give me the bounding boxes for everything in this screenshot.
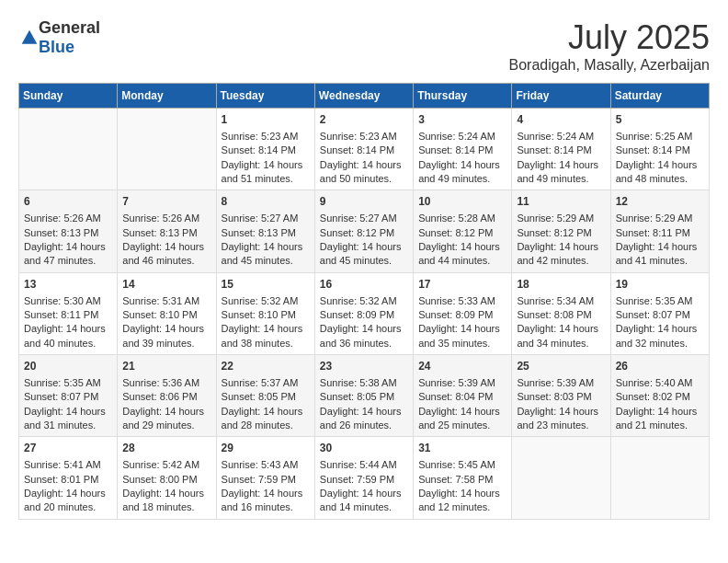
day-number: 30 [320, 441, 408, 456]
sunset-text: Sunset: 8:01 PM [24, 474, 98, 485]
calendar-cell: 26Sunrise: 5:40 AMSunset: 8:02 PMDayligh… [610, 355, 709, 437]
sunset-text: Sunset: 8:13 PM [122, 227, 197, 238]
day-number: 9 [320, 194, 408, 210]
sunrise-text: Sunrise: 5:35 AM [616, 295, 693, 306]
weekday-header-thursday: Thursday [414, 84, 512, 109]
calendar-table: SundayMondayTuesdayWednesdayThursdayFrid… [18, 83, 710, 520]
daylight-text: Daylight: 14 hours and 28 minutes. [222, 406, 303, 431]
calendar-cell [610, 437, 709, 519]
daylight-text: Daylight: 14 hours and 40 minutes. [24, 323, 106, 348]
day-number: 4 [517, 112, 605, 128]
day-number: 26 [616, 359, 704, 374]
sunrise-text: Sunrise: 5:44 AM [320, 459, 397, 470]
day-number: 12 [616, 194, 704, 210]
daylight-text: Daylight: 14 hours and 50 minutes. [320, 159, 402, 184]
sunrise-text: Sunrise: 5:40 AM [616, 377, 693, 388]
calendar-cell: 31Sunrise: 5:45 AMSunset: 7:58 PMDayligh… [414, 437, 512, 519]
weekday-header-saturday: Saturday [610, 84, 709, 109]
sunrise-text: Sunrise: 5:43 AM [222, 459, 299, 470]
day-number: 5 [616, 112, 704, 128]
sunrise-text: Sunrise: 5:41 AM [24, 459, 101, 470]
calendar-week-2: 6Sunrise: 5:26 AMSunset: 8:13 PMDaylight… [19, 190, 710, 272]
sunrise-text: Sunrise: 5:27 AM [320, 213, 397, 224]
svg-marker-0 [22, 30, 38, 44]
daylight-text: Daylight: 14 hours and 49 minutes. [418, 159, 500, 184]
calendar-cell: 15Sunrise: 5:32 AMSunset: 8:10 PMDayligh… [216, 272, 314, 354]
calendar-cell: 27Sunrise: 5:41 AMSunset: 8:01 PMDayligh… [19, 437, 118, 519]
calendar-cell [19, 109, 118, 190]
weekday-header-monday: Monday [118, 84, 216, 109]
sunset-text: Sunset: 8:14 PM [517, 144, 591, 155]
logo-text-general: General [39, 18, 100, 37]
day-number: 23 [320, 359, 408, 374]
calendar-cell: 25Sunrise: 5:39 AMSunset: 8:03 PMDayligh… [512, 355, 610, 437]
calendar-cell: 3Sunrise: 5:24 AMSunset: 8:14 PMDaylight… [414, 109, 512, 190]
sunset-text: Sunset: 8:09 PM [320, 309, 394, 320]
calendar-cell: 21Sunrise: 5:36 AMSunset: 8:06 PMDayligh… [118, 355, 216, 437]
weekday-header-sunday: Sunday [19, 84, 118, 109]
calendar-cell: 10Sunrise: 5:28 AMSunset: 8:12 PMDayligh… [414, 190, 512, 272]
daylight-text: Daylight: 14 hours and 23 minutes. [517, 406, 598, 431]
logo-text-blue: Blue [39, 38, 74, 56]
sunset-text: Sunset: 8:05 PM [222, 391, 296, 402]
calendar-cell [512, 437, 610, 519]
sunset-text: Sunset: 8:11 PM [24, 309, 98, 320]
day-number: 20 [24, 359, 112, 374]
calendar-cell: 17Sunrise: 5:33 AMSunset: 8:09 PMDayligh… [414, 272, 512, 354]
page-header: General Blue July 2025 Boradigah, Masall… [18, 18, 710, 74]
day-number: 21 [122, 359, 210, 374]
sunrise-text: Sunrise: 5:23 AM [320, 131, 397, 142]
calendar-cell: 24Sunrise: 5:39 AMSunset: 8:04 PMDayligh… [414, 355, 512, 437]
sunrise-text: Sunrise: 5:35 AM [24, 377, 101, 388]
day-number: 27 [24, 441, 112, 456]
daylight-text: Daylight: 14 hours and 46 minutes. [122, 241, 204, 266]
calendar-cell: 22Sunrise: 5:37 AMSunset: 8:05 PMDayligh… [216, 355, 314, 437]
daylight-text: Daylight: 14 hours and 18 minutes. [122, 488, 204, 512]
sunset-text: Sunset: 8:10 PM [122, 309, 197, 320]
sunrise-text: Sunrise: 5:26 AM [24, 213, 101, 224]
daylight-text: Daylight: 14 hours and 47 minutes. [24, 241, 106, 266]
sunset-text: Sunset: 8:08 PM [517, 309, 591, 320]
calendar-cell: 29Sunrise: 5:43 AMSunset: 7:59 PMDayligh… [216, 437, 314, 519]
sunset-text: Sunset: 7:59 PM [320, 474, 394, 485]
daylight-text: Daylight: 14 hours and 36 minutes. [320, 323, 402, 348]
sunrise-text: Sunrise: 5:42 AM [122, 459, 199, 470]
sunrise-text: Sunrise: 5:36 AM [122, 377, 199, 388]
calendar-week-1: 1Sunrise: 5:23 AMSunset: 8:14 PMDaylight… [19, 109, 710, 190]
daylight-text: Daylight: 14 hours and 34 minutes. [517, 323, 598, 348]
sunrise-text: Sunrise: 5:29 AM [616, 213, 693, 224]
sunset-text: Sunset: 8:13 PM [222, 227, 296, 238]
sunset-text: Sunset: 8:11 PM [616, 227, 690, 238]
sunset-text: Sunset: 8:04 PM [418, 391, 493, 402]
calendar-cell: 8Sunrise: 5:27 AMSunset: 8:13 PMDaylight… [216, 190, 314, 272]
sunset-text: Sunset: 8:12 PM [517, 227, 591, 238]
weekday-header-tuesday: Tuesday [216, 84, 314, 109]
day-number: 14 [122, 277, 210, 293]
sunrise-text: Sunrise: 5:34 AM [517, 295, 594, 306]
sunset-text: Sunset: 8:14 PM [320, 144, 394, 155]
day-number: 31 [418, 441, 506, 456]
calendar-cell: 14Sunrise: 5:31 AMSunset: 8:10 PMDayligh… [118, 272, 216, 354]
calendar-cell: 16Sunrise: 5:32 AMSunset: 8:09 PMDayligh… [314, 272, 413, 354]
daylight-text: Daylight: 14 hours and 14 minutes. [320, 488, 402, 512]
day-number: 25 [517, 359, 605, 374]
calendar-cell: 7Sunrise: 5:26 AMSunset: 8:13 PMDaylight… [118, 190, 216, 272]
sunrise-text: Sunrise: 5:29 AM [517, 213, 594, 224]
calendar-cell: 11Sunrise: 5:29 AMSunset: 8:12 PMDayligh… [512, 190, 610, 272]
sunrise-text: Sunrise: 5:23 AM [222, 131, 299, 142]
calendar-cell: 23Sunrise: 5:38 AMSunset: 8:05 PMDayligh… [314, 355, 413, 437]
sunrise-text: Sunrise: 5:33 AM [418, 295, 495, 306]
calendar-cell: 30Sunrise: 5:44 AMSunset: 7:59 PMDayligh… [314, 437, 413, 519]
calendar-cell: 6Sunrise: 5:26 AMSunset: 8:13 PMDaylight… [19, 190, 118, 272]
sunset-text: Sunset: 8:07 PM [616, 309, 690, 320]
daylight-text: Daylight: 14 hours and 39 minutes. [122, 323, 204, 348]
logo-icon [20, 29, 39, 47]
day-number: 13 [24, 277, 112, 293]
weekday-header-friday: Friday [512, 84, 610, 109]
calendar-cell: 12Sunrise: 5:29 AMSunset: 8:11 PMDayligh… [610, 190, 709, 272]
daylight-text: Daylight: 14 hours and 20 minutes. [24, 488, 106, 512]
sunset-text: Sunset: 8:06 PM [122, 391, 197, 402]
sunset-text: Sunset: 8:07 PM [24, 391, 98, 402]
daylight-text: Daylight: 14 hours and 42 minutes. [517, 241, 598, 266]
day-number: 6 [24, 194, 112, 210]
